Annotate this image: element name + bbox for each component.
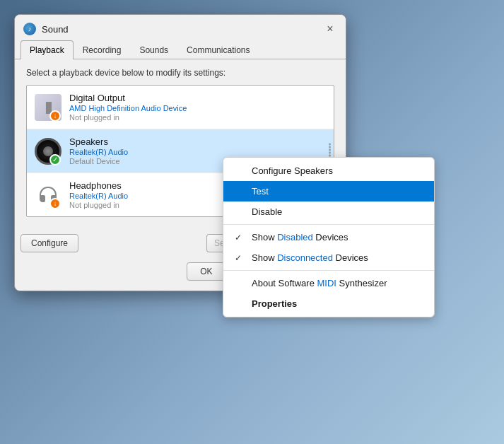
ctx-check-show-disconnected: ✓ (235, 253, 249, 263)
device-driver-digital-output: AMD High Definition Audio Device (69, 104, 327, 112)
tab-recording[interactable]: Recording (74, 40, 131, 59)
ctx-properties[interactable]: Properties (223, 293, 434, 314)
ctx-blue-midi: MIDI (317, 278, 336, 288)
ctx-blue-disabled: Disabled (277, 232, 313, 243)
ctx-configure-speakers[interactable]: Configure Speakers (223, 160, 434, 181)
ctx-blue-disconnected: Disconnected (277, 252, 333, 263)
ctx-label-test: Test (252, 186, 269, 197)
configure-button[interactable]: Configure (20, 234, 78, 252)
ctx-disable[interactable]: Disable (223, 201, 434, 222)
ctx-check-show-disabled: ✓ (235, 233, 249, 243)
sound-icon (23, 23, 36, 35)
ctx-show-disconnected[interactable]: ✓ Show Disconnected Devices (223, 247, 434, 268)
device-driver-speakers: Realtek(R) Audio (69, 148, 327, 156)
device-icon-speakers: ✓ (34, 137, 62, 165)
ctx-label-disable: Disable (252, 206, 282, 217)
ctx-separator-2 (223, 270, 434, 271)
device-icon-digital-output: ↓ (34, 93, 62, 122)
status-badge-digital-output: ↓ (49, 110, 61, 122)
ctx-separator-1 (223, 224, 434, 225)
device-info-digital-output: Digital Output AMD High Definition Audio… (69, 93, 327, 122)
device-icon-headphones: ↓ (34, 181, 62, 209)
instruction-text: Select a playback device below to modify… (26, 68, 334, 78)
device-name-speakers: Speakers (69, 136, 327, 147)
tab-bar: Playback Recording Sounds Communications (15, 40, 346, 59)
device-name-digital-output: Digital Output (69, 93, 327, 103)
ok-button[interactable]: OK (187, 262, 225, 281)
context-menu: Configure Speakers Test Disable ✓ Show D… (223, 157, 435, 317)
ctx-about-midi[interactable]: About Software MIDI Synthesizer (223, 273, 434, 293)
device-status-digital-output: Not plugged in (69, 113, 327, 122)
ctx-label-properties: Properties (252, 298, 297, 309)
tab-sounds[interactable]: Sounds (130, 40, 177, 59)
ctx-label-configure-speakers: Configure Speakers (252, 165, 333, 176)
status-badge-speakers: ✓ (49, 154, 61, 165)
tab-communications[interactable]: Communications (177, 40, 259, 59)
ctx-show-disabled[interactable]: ✓ Show Disabled Devices (223, 227, 434, 247)
status-badge-headphones: ↓ (49, 198, 61, 209)
ctx-test[interactable]: Test (223, 181, 434, 201)
device-digital-output[interactable]: ↓ Digital Output AMD High Definition Aud… (27, 86, 334, 129)
dialog-title: Sound (42, 24, 323, 35)
tab-playback[interactable]: Playback (20, 40, 74, 59)
close-button[interactable]: × (323, 22, 337, 36)
title-bar: Sound × (15, 15, 346, 40)
